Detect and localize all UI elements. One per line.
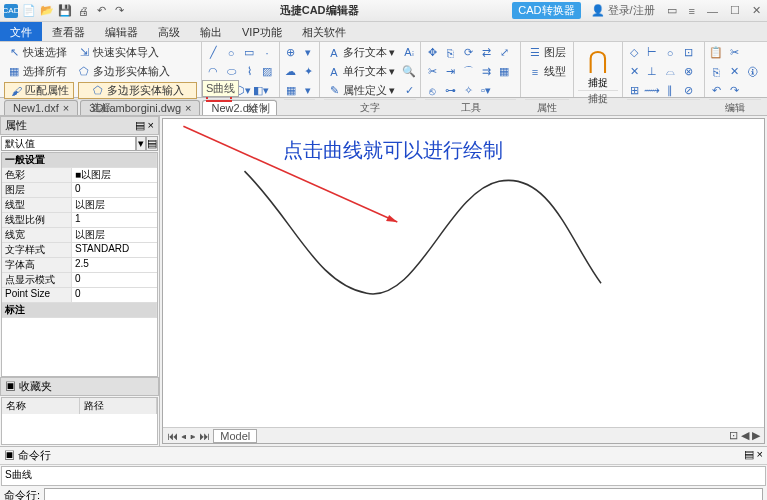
- poly-input-button[interactable]: ⬠多边形实体输入: [74, 64, 173, 79]
- prop-value[interactable]: 以图层: [72, 228, 157, 242]
- snap-tan-icon[interactable]: ⌓: [663, 65, 677, 79]
- prop-row[interactable]: 图层0: [2, 183, 157, 198]
- array-icon[interactable]: ▦: [497, 65, 511, 79]
- new-icon[interactable]: 📄: [22, 4, 36, 18]
- cloud-icon[interactable]: ☁: [284, 65, 298, 79]
- snap-mid-icon[interactable]: ⊢: [645, 46, 659, 60]
- cad-converter-button[interactable]: CAD转换器: [512, 2, 580, 19]
- open-icon[interactable]: 📂: [40, 4, 54, 18]
- trim-icon[interactable]: ✂: [425, 65, 439, 79]
- snap-par-icon[interactable]: ∥: [663, 84, 677, 98]
- snap-app-icon[interactable]: ⊞: [627, 84, 641, 98]
- move-icon[interactable]: ✥: [425, 46, 439, 60]
- tab-advanced[interactable]: 高级: [148, 22, 190, 41]
- tab-nav-first-icon[interactable]: ⏮: [167, 430, 178, 442]
- snap-end-icon[interactable]: ◇: [627, 46, 641, 60]
- stext-button[interactable]: A单行文本▾: [324, 64, 398, 79]
- redo-icon[interactable]: ↷: [112, 4, 126, 18]
- group-icon[interactable]: ▦: [284, 84, 298, 98]
- save-icon[interactable]: 💾: [58, 4, 72, 18]
- fav-col-path[interactable]: 路径: [80, 398, 158, 414]
- snap-magnet-icon[interactable]: ⋂: [582, 44, 614, 76]
- snap-cen-icon[interactable]: ○: [663, 46, 677, 60]
- offset-icon[interactable]: ⇉: [479, 65, 493, 79]
- more-icon[interactable]: ▾: [302, 84, 316, 98]
- mirror-icon[interactable]: ⇄: [479, 46, 493, 60]
- prop-value[interactable]: 1: [72, 213, 157, 227]
- command-input[interactable]: [44, 488, 763, 500]
- block-icon[interactable]: ▫▾: [479, 84, 493, 98]
- redo2-icon[interactable]: ↷: [727, 84, 741, 98]
- tab-editor[interactable]: 编辑器: [95, 22, 148, 41]
- close-icon[interactable]: ✕: [750, 4, 763, 17]
- snap-node-icon[interactable]: ⊡: [681, 46, 695, 60]
- linetype-button[interactable]: ≡线型: [525, 64, 569, 79]
- rotate-icon[interactable]: ⟳: [461, 46, 475, 60]
- prop-value[interactable]: 0: [72, 183, 157, 197]
- tab-output[interactable]: 输出: [190, 22, 232, 41]
- tab-viewer[interactable]: 查看器: [42, 22, 95, 41]
- prop-notes[interactable]: 标注: [2, 303, 157, 318]
- prop-row[interactable]: Point Size0: [2, 288, 157, 303]
- snap-perp-icon[interactable]: ⊥: [645, 65, 659, 79]
- paste-icon[interactable]: 📋: [709, 46, 723, 60]
- tab-file[interactable]: 文件: [0, 22, 42, 41]
- text-style-icon[interactable]: Aᵢ: [402, 46, 416, 60]
- circle-icon[interactable]: ○: [224, 46, 238, 60]
- fav-col-name[interactable]: 名称: [2, 398, 80, 414]
- tab-vip[interactable]: VIP功能: [232, 22, 292, 41]
- snap-ext-icon[interactable]: ⟿: [645, 84, 659, 98]
- copy-icon[interactable]: ⎘: [443, 46, 457, 60]
- prop-value[interactable]: 以图层: [72, 198, 157, 212]
- rect-icon[interactable]: ▭: [242, 46, 256, 60]
- extend-icon[interactable]: ⇥: [443, 65, 457, 79]
- default-input[interactable]: [1, 136, 136, 151]
- cmd-close-icon[interactable]: ▤ ×: [744, 448, 763, 463]
- snap-none-icon[interactable]: ⊘: [681, 84, 695, 98]
- tab-nav-last-icon[interactable]: ⏭: [199, 430, 210, 442]
- prop-icon[interactable]: 🛈: [745, 65, 759, 79]
- tab-nav-next-icon[interactable]: ▶: [190, 430, 196, 442]
- fillet-icon[interactable]: ⌒: [461, 65, 475, 79]
- maximize-icon[interactable]: ☐: [728, 4, 742, 17]
- attdef-button[interactable]: ✎属性定义▾: [324, 83, 398, 98]
- prop-row[interactable]: 色彩■以图层: [2, 168, 157, 183]
- help-icon[interactable]: ▭: [665, 4, 679, 17]
- del-icon[interactable]: ✕: [727, 65, 741, 79]
- combo-drop-icon[interactable]: ▾: [136, 136, 146, 151]
- quick-import-button[interactable]: ⇲快速实体导入: [74, 45, 162, 60]
- favorites-list[interactable]: [2, 414, 157, 444]
- prop-row[interactable]: 字体高2.5: [2, 258, 157, 273]
- combo-pick-icon[interactable]: ▤: [146, 136, 158, 151]
- snap-int-icon[interactable]: ✕: [627, 65, 641, 79]
- prop-section[interactable]: 一般设置: [2, 153, 157, 168]
- scale-icon[interactable]: ⤢: [497, 46, 511, 60]
- point-icon[interactable]: ·: [260, 46, 274, 60]
- select-all-button[interactable]: ▦选择所有: [4, 64, 70, 79]
- line-icon[interactable]: ╱: [206, 46, 220, 60]
- prop-value[interactable]: STANDARD: [72, 243, 157, 257]
- explode-icon[interactable]: ✧: [461, 84, 475, 98]
- copy2-icon[interactable]: ⎘: [709, 65, 723, 79]
- prop-row[interactable]: 点显示模式0: [2, 273, 157, 288]
- cut-icon[interactable]: ✂: [727, 46, 741, 60]
- quick-select-button[interactable]: ↖快速选择: [4, 45, 70, 60]
- undo-icon[interactable]: ↶: [94, 4, 108, 18]
- snap-near-icon[interactable]: ⊗: [681, 65, 695, 79]
- prop-value[interactable]: 0: [72, 288, 157, 302]
- spline-curve[interactable]: [244, 171, 601, 294]
- poly-entity-button[interactable]: ⬠多边形实体输入: [78, 82, 197, 99]
- dim-icon[interactable]: ⊕: [284, 46, 298, 60]
- command-history[interactable]: S曲线: [1, 466, 766, 486]
- scroll-left-icon[interactable]: ⊡: [729, 429, 738, 441]
- settings-icon[interactable]: ≡: [687, 5, 697, 17]
- arc-icon[interactable]: ◠: [206, 65, 220, 79]
- layer-button[interactable]: ☰图层: [525, 45, 569, 60]
- dim2-icon[interactable]: ▾: [302, 46, 316, 60]
- prop-row[interactable]: 文字样式STANDARD: [2, 243, 157, 258]
- prop-row[interactable]: 线型以图层: [2, 198, 157, 213]
- drawing-canvas[interactable]: 点击曲线就可以进行绘制: [163, 119, 764, 427]
- print-icon[interactable]: 🖨: [76, 4, 90, 18]
- join-icon[interactable]: ⊶: [443, 84, 457, 98]
- model-tab[interactable]: Model: [213, 429, 257, 443]
